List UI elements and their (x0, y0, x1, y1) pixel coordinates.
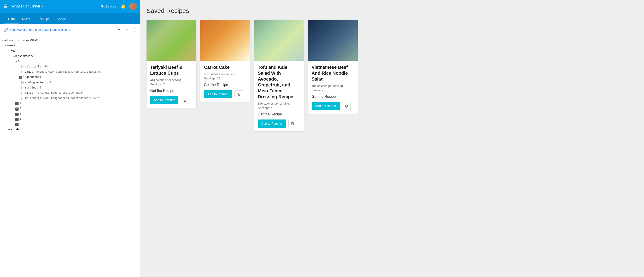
saved-recipes-title: Saved Recipes (146, 7, 638, 15)
card-calories-carrot: 331 calories per serving. (204, 72, 246, 76)
card-image-vietnamese (308, 20, 358, 61)
delete-button-carrot[interactable] (234, 90, 243, 98)
tree-key-url: url: (25, 96, 32, 101)
tree-root-label: what-s-for-dinner-3fa2d (0, 39, 39, 43)
card-servings-teriyaki: Servings: 2 (150, 83, 193, 86)
tree-key-3: 3 (20, 112, 21, 116)
tree-toggle-users[interactable]: − (0, 44, 6, 48)
more-options-icon[interactable]: ⋮ (132, 27, 136, 32)
card-image-teriyaki (146, 20, 196, 61)
delete-button-vietnamese[interactable] (342, 102, 351, 110)
tab-data[interactable]: Data (4, 15, 18, 24)
card-body-teriyaki: Teriyaki Beef & Lettuce Cups 444 calorie… (146, 61, 196, 108)
card-actions-vietnamese: Add to Planner (312, 102, 354, 110)
tree-node-chosenrecipe: − chosenRecipe (0, 54, 140, 59)
card-title-vietnamese: Vietnamese Beef And Rice Noodle Salad (312, 64, 354, 82)
tree-expand-ingredients[interactable]: + (0, 75, 22, 79)
card-calories-tofu: 396 calories per serving. (258, 102, 300, 105)
card-actions-tofu: Add to Planner (258, 120, 300, 128)
card-servings-tofu: Servings: 4 (258, 106, 300, 110)
add-to-planner-button-tofu[interactable]: Add to Planner (258, 120, 286, 128)
tree-expand-1[interactable]: + (0, 101, 18, 106)
card-servings-carrot: Servings: 20 (204, 77, 246, 80)
user-avatar[interactable] (129, 3, 136, 10)
recipe-card-carrot: Carrot Cake 331 calories per serving. Se… (200, 20, 250, 102)
tree-toggle-keen[interactable]: − (0, 49, 10, 53)
card-servings-vietnamese: Servings: 6 (312, 89, 354, 92)
add-to-planner-button-vietnamese[interactable]: Add to Planner (312, 102, 340, 110)
tree-line-caloriespre: |— (0, 65, 24, 69)
tree-expand-4[interactable]: + (0, 117, 18, 122)
tree-key-users: users (7, 44, 15, 48)
nav-docs-link[interactable]: Go to docs (101, 5, 116, 8)
tree-key-micah: Micah (11, 128, 19, 132)
tree-leaf-image: |— image: "https://www.edamam.com/web-im… (0, 70, 140, 75)
tree-line-image: |— (0, 70, 24, 74)
card-body-vietnamese: Vietnamese Beef And Rice Noodle Salad 40… (308, 61, 358, 114)
tree-leaf-numingredients: |— numIngredients: 8 (0, 80, 140, 85)
avatar-image (129, 3, 136, 10)
tree-value-servings: 2 (40, 86, 41, 90)
card-image-carrot (200, 20, 250, 61)
tree-leaf-servings: |— servings: 2 (0, 85, 140, 91)
tree-key-0: 0 (18, 60, 20, 64)
add-to-planner-button-carrot[interactable]: Add to Planner (204, 90, 232, 98)
tree-node-users: − users (0, 43, 140, 49)
tree-key-servings: servings: (25, 86, 40, 90)
tree-key-ingredients: ingredients (23, 75, 41, 79)
main-layout: ☰ What's For Dinner ▾ Go to docs 🔔 Datab… (0, 0, 644, 277)
add-node-icon[interactable]: + (116, 27, 122, 33)
get-recipe-link-vietnamese[interactable]: Get the Recipe (312, 95, 354, 99)
tree-toggle-micah[interactable]: − (0, 128, 10, 132)
app-title-chevron[interactable]: ▾ (42, 5, 43, 8)
tree-toggle-chosenrecipe[interactable]: − (0, 54, 13, 59)
right-panel: Saved Recipes Teriyaki Beef & Lettuce Cu… (140, 0, 644, 277)
tree-expand-3[interactable]: + (0, 112, 18, 116)
tree-expand-2[interactable]: + (0, 107, 18, 111)
tree-node-keen: − Keen (0, 49, 140, 54)
card-title-tofu: Tofu and Kale Salad With Avocado, Grapef… (258, 64, 300, 100)
card-image-tofu (254, 20, 304, 61)
tab-usage[interactable]: Usage (53, 15, 70, 24)
trash-icon-teriyaki (183, 98, 187, 102)
add-to-planner-button-teriyaki[interactable]: Add to Planner (150, 96, 178, 104)
tree-node-4: + 4 (0, 117, 140, 122)
tab-backups[interactable]: Backups (34, 15, 53, 24)
tree-line-servings: |— (0, 86, 24, 90)
app-title: What's For Dinner ▾ (11, 4, 43, 8)
card-title-teriyaki: Teriyaki Beef & Lettuce Cups (150, 64, 193, 76)
notification-bell-icon[interactable]: 🔔 (121, 4, 126, 9)
get-recipe-link-teriyaki[interactable]: Get the Recipe (150, 89, 193, 93)
tree-key-chosenrecipe: chosenRecipe (14, 54, 34, 59)
tabs-bar: Data Rules Backups Usage (0, 15, 140, 24)
tree-key-title: title: (25, 91, 34, 95)
tree-key-caloriespre: caloriesPer: (25, 65, 44, 69)
link-icon: 🔗 (4, 28, 8, 32)
recipe-card-vietnamese: Vietnamese Beef And Rice Noodle Salad 40… (308, 20, 358, 114)
tab-rules[interactable]: Rules (18, 15, 34, 24)
get-recipe-link-carrot[interactable]: Get the Recipe (204, 83, 246, 87)
tree-expand-5[interactable]: + (0, 122, 18, 127)
tree-key-4: 4 (20, 117, 21, 122)
tree-node-ingredients: + ingredients (0, 75, 140, 80)
tree-root: what-s-for-dinner-3fa2d (0, 38, 140, 43)
remove-node-icon[interactable]: − (124, 27, 130, 33)
left-panel: ☰ What's For Dinner ▾ Go to docs 🔔 Datab… (0, 0, 140, 277)
delete-button-tofu[interactable] (288, 120, 297, 127)
tree-toggle-0[interactable]: − (0, 60, 17, 64)
hamburger-icon[interactable]: ☰ (4, 4, 8, 9)
tree-key-2: 2 (20, 107, 21, 111)
card-calories-teriyaki: 444 calories per serving. (150, 78, 193, 82)
tree-key-keen: Keen (11, 49, 17, 53)
tree-node-3: + 3 (0, 112, 140, 117)
tree-node-1: + 1 (0, 101, 140, 106)
top-nav: ☰ What's For Dinner ▾ Go to docs 🔔 (0, 0, 140, 13)
database-url[interactable]: https://what-s-for-dinner-3fa2d.firebase… (10, 28, 114, 32)
card-title-carrot: Carrot Cake (204, 64, 246, 70)
recipe-card-teriyaki: Teriyaki Beef & Lettuce Cups 444 calorie… (146, 20, 196, 108)
delete-button-teriyaki[interactable] (181, 96, 189, 104)
tree-leaf-url: |— url: "http://www.bbcgoodfood.com/reci… (0, 96, 140, 101)
get-recipe-link-tofu[interactable]: Get the Recipe (258, 112, 300, 116)
recipe-cards-row: Teriyaki Beef & Lettuce Cups 444 calorie… (146, 20, 638, 131)
tree-key-1: 1 (20, 101, 21, 106)
